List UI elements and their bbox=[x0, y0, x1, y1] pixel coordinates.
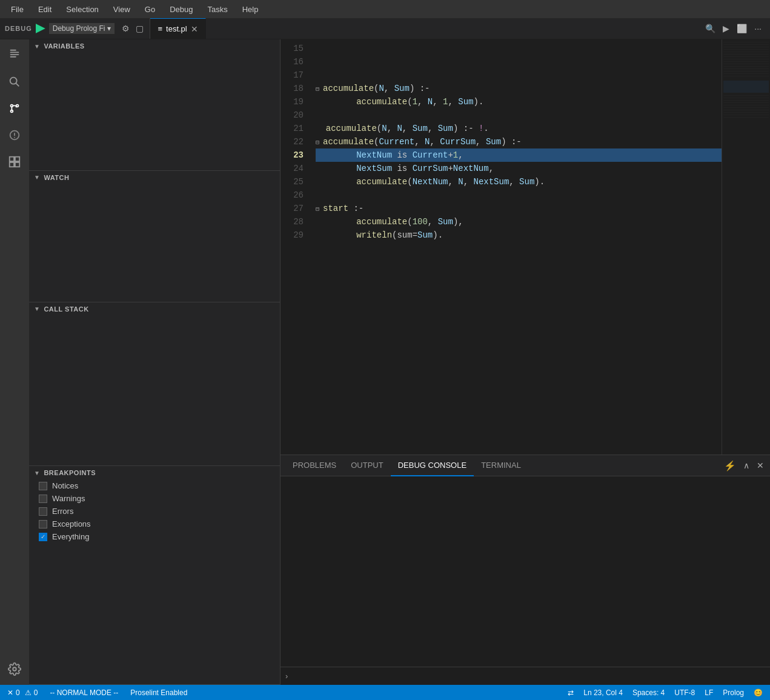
watch-header[interactable]: ▼ WATCH bbox=[29, 171, 280, 184]
callstack-header[interactable]: ▼ CALL STACK bbox=[29, 302, 280, 316]
bp-errors[interactable]: Errors bbox=[29, 505, 280, 518]
variables-header[interactable]: ▼ VARIABLES bbox=[29, 39, 280, 53]
code-line-22: ⊟ accumulate(Current, N, CurrSum, Sum) :… bbox=[316, 135, 722, 148]
menu-go[interactable]: Go bbox=[139, 2, 161, 16]
code-editor[interactable]: 15 16 17 18 19 20 21 22 23 24 25 26 27 2… bbox=[280, 39, 770, 455]
menu-tasks[interactable]: Tasks bbox=[201, 2, 233, 16]
console-content[interactable] bbox=[280, 476, 770, 667]
sync-icon: ⇄ bbox=[568, 688, 574, 697]
clear-console-icon[interactable]: ⚡ bbox=[723, 459, 737, 473]
code-line-28: accumulate(100, Sum), bbox=[316, 215, 722, 228]
status-right: ⇄ Ln 23, Col 4 Spaces: 4 UTF-8 LF Prolog… bbox=[565, 688, 765, 697]
editor-tabs: ≡ test.pl ✕ bbox=[150, 18, 704, 39]
activity-explorer[interactable] bbox=[4, 44, 25, 66]
console-input[interactable] bbox=[293, 672, 765, 681]
minimap bbox=[722, 39, 770, 455]
search-editor-icon[interactable]: 🔍 bbox=[704, 22, 717, 35]
status-position[interactable]: Ln 23, Col 4 bbox=[581, 688, 625, 697]
bp-warnings[interactable]: Warnings bbox=[29, 492, 280, 505]
debug-config-dropdown[interactable]: Debug Prolog Fi ▾ bbox=[49, 23, 115, 34]
bp-notices-checkbox[interactable] bbox=[39, 482, 47, 490]
menu-view[interactable]: View bbox=[107, 2, 136, 16]
bp-errors-label: Errors bbox=[52, 507, 73, 516]
activity-git[interactable] bbox=[4, 98, 25, 119]
line-numbers: 15 16 17 18 19 20 21 22 23 24 25 26 27 2… bbox=[280, 39, 311, 455]
close-panel-icon[interactable]: ✕ bbox=[755, 459, 765, 472]
status-bar: ✕ 0 ⚠ 0 -- NORMAL MODE -- Proselint Enab… bbox=[0, 685, 770, 700]
debug-bar: DEBUG Debug Prolog Fi ▾ ⚙ ▢ bbox=[0, 18, 150, 39]
debug-terminal-icon[interactable]: ▢ bbox=[134, 22, 145, 35]
fold-btn-27[interactable]: ⊟ bbox=[316, 206, 323, 213]
callstack-arrow: ▼ bbox=[34, 305, 40, 312]
bp-errors-checkbox[interactable] bbox=[39, 507, 47, 516]
variables-section: ▼ VARIABLES bbox=[29, 39, 280, 171]
bp-exceptions[interactable]: Exceptions bbox=[29, 518, 280, 530]
watch-arrow: ▼ bbox=[34, 174, 40, 181]
menu-edit[interactable]: Edit bbox=[32, 2, 58, 16]
status-errors[interactable]: ✕ 0 ⚠ 0 bbox=[5, 688, 40, 697]
status-face[interactable]: 😊 bbox=[751, 688, 765, 697]
menu-selection[interactable]: Selection bbox=[60, 2, 104, 16]
fold-btn-22[interactable]: ⊟ bbox=[316, 139, 323, 146]
run-icon[interactable]: ▶ bbox=[722, 22, 731, 35]
activity-search[interactable] bbox=[4, 71, 25, 93]
debug-play-button[interactable] bbox=[36, 24, 45, 33]
console-prompt: › bbox=[285, 672, 288, 681]
callstack-content bbox=[29, 316, 280, 466]
tab-right-actions: 🔍 ▶ ⬜ ··· bbox=[704, 22, 770, 35]
status-sync-icon[interactable]: ⇄ bbox=[565, 688, 576, 697]
language-label: Prolog bbox=[723, 688, 744, 697]
breakpoints-label: BREAKPOINTS bbox=[44, 469, 96, 476]
tab-close-button[interactable]: ✕ bbox=[191, 24, 198, 34]
menu-help[interactable]: Help bbox=[236, 2, 265, 16]
tab-bar: DEBUG Debug Prolog Fi ▾ ⚙ ▢ ≡ test.pl ✕ … bbox=[0, 18, 770, 39]
bp-warnings-label: Warnings bbox=[52, 494, 85, 503]
editor-area: 15 16 17 18 19 20 21 22 23 24 25 26 27 2… bbox=[280, 39, 770, 685]
status-language[interactable]: Prolog bbox=[720, 688, 746, 697]
bp-exceptions-checkbox[interactable] bbox=[39, 520, 47, 528]
tab-icon: ≡ bbox=[158, 24, 162, 33]
breakpoints-header[interactable]: ▼ BREAKPOINTS bbox=[29, 466, 280, 479]
svg-line-5 bbox=[16, 83, 19, 86]
status-encoding[interactable]: UTF-8 bbox=[672, 688, 697, 697]
status-proselint[interactable]: Proselint Enabled bbox=[128, 688, 190, 697]
bp-warnings-checkbox[interactable] bbox=[39, 495, 47, 503]
tab-output[interactable]: OUTPUT bbox=[344, 455, 390, 476]
menu-debug[interactable]: Debug bbox=[164, 2, 199, 16]
fold-btn-18[interactable]: ⊟ bbox=[316, 86, 323, 93]
tab-debug-console[interactable]: DEBUG CONSOLE bbox=[391, 455, 474, 476]
status-spaces[interactable]: Spaces: 4 bbox=[630, 688, 667, 697]
menu-file[interactable]: File bbox=[5, 2, 30, 16]
status-line-ending[interactable]: LF bbox=[702, 688, 715, 697]
tab-test-pl[interactable]: ≡ test.pl ✕ bbox=[150, 18, 205, 39]
split-editor-icon[interactable]: ⬜ bbox=[735, 22, 748, 35]
status-mode[interactable]: -- NORMAL MODE -- bbox=[47, 688, 121, 697]
activity-debug[interactable] bbox=[4, 124, 25, 146]
code-line-24: NextSum is CurrSum+NextNum, bbox=[316, 162, 722, 175]
tab-problems[interactable]: PROBLEMS bbox=[285, 455, 344, 476]
tab-terminal[interactable]: TERMINAL bbox=[474, 455, 528, 476]
error-icon: ✕ bbox=[7, 688, 13, 697]
bp-exceptions-label: Exceptions bbox=[52, 519, 91, 528]
svg-rect-13 bbox=[15, 157, 19, 161]
warning-icon: ⚠ bbox=[25, 688, 32, 697]
activity-settings[interactable] bbox=[4, 658, 25, 680]
position-label: Ln 23, Col 4 bbox=[583, 688, 623, 697]
tab-label: test.pl bbox=[166, 24, 187, 33]
more-actions-icon[interactable]: ··· bbox=[753, 22, 763, 35]
code-content[interactable]: ▶ ⊟ accumulate(N, Sum) :- accumulate(1, … bbox=[311, 39, 722, 455]
debug-settings-icon[interactable]: ⚙ bbox=[121, 22, 131, 35]
mode-label: -- NORMAL MODE -- bbox=[50, 688, 118, 697]
bp-everything-checkbox[interactable]: ✓ bbox=[39, 533, 47, 541]
bp-notices[interactable]: Notices bbox=[29, 479, 280, 492]
panel-tabs: PROBLEMS OUTPUT DEBUG CONSOLE TERMINAL ⚡… bbox=[280, 455, 770, 476]
svg-rect-15 bbox=[15, 162, 19, 167]
bp-everything[interactable]: ✓ Everything bbox=[29, 530, 280, 543]
activity-extensions[interactable] bbox=[4, 151, 25, 173]
code-line-15 bbox=[316, 42, 722, 55]
code-line-17 bbox=[316, 68, 722, 82]
collapse-panel-icon[interactable]: ∧ bbox=[742, 459, 751, 472]
callstack-section: ▼ CALL STACK bbox=[29, 302, 280, 467]
breakpoints-section: ▼ BREAKPOINTS Notices Warnings Errors bbox=[29, 466, 280, 685]
svg-point-4 bbox=[10, 78, 17, 84]
